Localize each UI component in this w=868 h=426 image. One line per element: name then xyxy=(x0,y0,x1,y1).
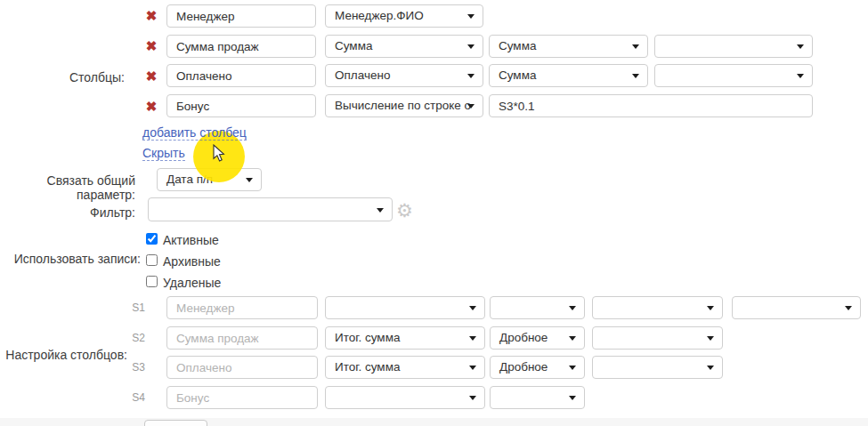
settings-row-id: S1 xyxy=(118,301,145,314)
column-aggregate-select[interactable]: Сумма xyxy=(489,35,648,58)
settings-title-input[interactable] xyxy=(166,386,318,409)
settings-format-select[interactable] xyxy=(490,296,585,319)
caret-down-icon xyxy=(469,396,476,400)
selected-value: Дробное xyxy=(499,360,548,374)
caret-down-icon xyxy=(246,178,253,182)
settings-section-label: Настройка столбцов: xyxy=(0,348,127,362)
delete-column-icon[interactable]: ✖ xyxy=(144,100,158,114)
caret-down-icon xyxy=(797,44,804,49)
column-title-input[interactable] xyxy=(166,94,316,117)
column-title-input[interactable] xyxy=(166,35,316,58)
columns-section-label: Столбцы: xyxy=(0,70,125,84)
caret-down-icon xyxy=(632,74,639,78)
settings-extra2-select[interactable] xyxy=(732,296,861,319)
filter-label: Фильтр: xyxy=(0,205,135,220)
column-source-select[interactable]: Менеджер.ФИО xyxy=(325,4,483,28)
column-formula-input[interactable] xyxy=(489,94,813,117)
filter-select[interactable] xyxy=(148,197,393,221)
settings-row-id: S3 xyxy=(118,361,145,374)
save-button-partial[interactable] xyxy=(144,420,207,426)
column-extra-select[interactable] xyxy=(654,35,813,58)
caret-down-icon xyxy=(797,74,804,78)
selected-value: Менеджер.ФИО xyxy=(335,9,424,22)
records-archive-checkbox[interactable] xyxy=(146,254,158,266)
caret-down-icon xyxy=(707,366,714,370)
caret-down-icon xyxy=(569,366,576,370)
caret-down-icon xyxy=(632,44,639,49)
caret-down-icon xyxy=(707,306,714,310)
settings-title-input[interactable] xyxy=(166,356,318,379)
caret-down-icon xyxy=(467,74,475,78)
checkbox-label: Архивные xyxy=(163,255,221,269)
column-title-input[interactable] xyxy=(166,64,316,87)
settings-format-select[interactable] xyxy=(490,386,585,409)
caret-down-icon xyxy=(569,306,576,310)
gear-icon[interactable]: ⚙ xyxy=(396,201,413,220)
selected-value: Дробное xyxy=(499,331,548,344)
delete-column-icon[interactable]: ✖ xyxy=(144,69,158,84)
caret-down-icon xyxy=(467,104,475,109)
settings-row-id: S2 xyxy=(118,332,145,344)
records-deleted-checkbox[interactable] xyxy=(146,276,158,287)
selected-value: Вычисление по строке о xyxy=(335,99,471,112)
checkbox-label: Активные xyxy=(163,234,219,247)
hide-link[interactable]: Скрыть xyxy=(142,146,185,161)
caret-down-icon xyxy=(467,44,475,49)
checkbox-label: Удаленые xyxy=(163,277,221,290)
settings-total-select[interactable]: Итог. сумма xyxy=(325,326,485,350)
settings-extra-select[interactable] xyxy=(592,296,723,319)
settings-total-select[interactable] xyxy=(325,296,485,319)
delete-column-icon[interactable]: ✖ xyxy=(144,39,158,53)
caret-down-icon xyxy=(469,306,476,310)
column-source-select[interactable]: Оплачено xyxy=(325,64,483,87)
settings-title-input[interactable] xyxy=(166,326,318,350)
report-settings-panel: Столбцы: ✖ Менеджер.ФИО ✖ Сумма Сумма ✖ … xyxy=(0,0,868,426)
caret-down-icon xyxy=(469,366,476,370)
caret-down-icon xyxy=(569,396,576,400)
selected-value: Итог. сумма xyxy=(335,331,400,344)
column-source-select[interactable]: Сумма xyxy=(325,35,483,58)
records-active-checkbox[interactable] xyxy=(146,233,158,245)
settings-title-input[interactable] xyxy=(166,296,318,319)
column-extra-select[interactable] xyxy=(654,64,813,87)
settings-total-select[interactable] xyxy=(325,386,485,409)
selected-value: Итог. сумма xyxy=(335,360,400,374)
caret-down-icon xyxy=(377,208,384,213)
caret-down-icon xyxy=(469,336,476,341)
caret-down-icon xyxy=(569,336,576,341)
column-title-input[interactable] xyxy=(166,4,316,28)
delete-column-icon[interactable]: ✖ xyxy=(144,9,158,23)
add-column-link[interactable]: добавить столбец xyxy=(142,125,247,141)
settings-extra-select[interactable] xyxy=(592,326,723,350)
settings-format-select[interactable]: Дробное xyxy=(490,356,585,379)
caret-down-icon xyxy=(707,336,714,341)
column-aggregate-select[interactable]: Сумма xyxy=(489,64,648,87)
selected-value: Оплачено xyxy=(335,68,390,82)
records-label: Использовать записи: xyxy=(0,252,141,266)
column-source-select[interactable]: Вычисление по строке о xyxy=(325,94,483,117)
link-param-label: Связать общий параметр: xyxy=(0,173,135,202)
caret-down-icon xyxy=(845,306,852,310)
settings-total-select[interactable]: Итог. сумма xyxy=(325,356,485,379)
caret-down-icon xyxy=(467,14,475,19)
page-background-strip xyxy=(0,418,868,426)
mouse-cursor-icon xyxy=(213,144,226,163)
settings-extra-select[interactable] xyxy=(592,356,723,379)
settings-format-select[interactable]: Дробное xyxy=(490,326,585,350)
selected-value: Сумма xyxy=(499,68,536,82)
selected-value: Сумма xyxy=(335,39,372,52)
selected-value: Сумма xyxy=(499,39,536,52)
settings-row-id: S4 xyxy=(118,391,145,404)
